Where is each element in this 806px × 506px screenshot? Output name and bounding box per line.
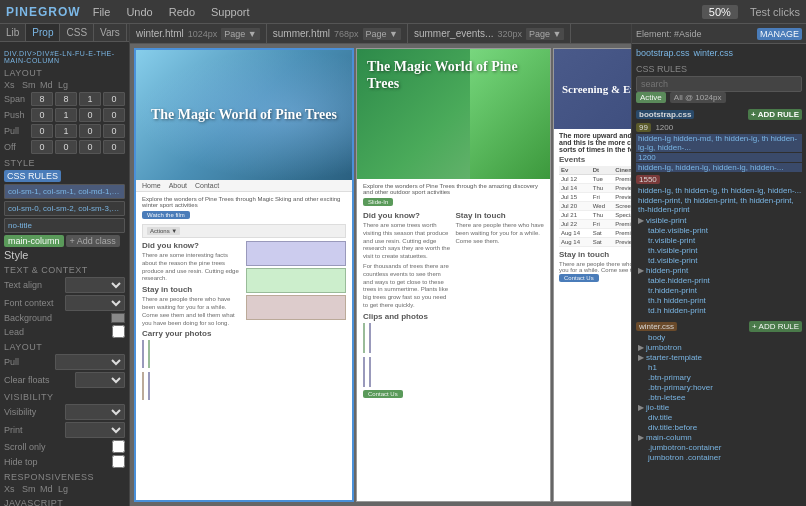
tree-item-0[interactable]: ▶visible-print — [636, 216, 802, 225]
add-class-btn[interactable]: + Add class — [66, 235, 120, 247]
css-item-1550-1[interactable]: hidden-print, th hidden-print, th hidden… — [636, 196, 802, 214]
tab-css[interactable]: CSS — [60, 24, 94, 41]
summer-body: Explore the wonders of Pine Trees throug… — [357, 179, 550, 403]
winter-tree-item-4[interactable]: .btn-primary — [636, 373, 802, 382]
print-select[interactable] — [65, 422, 125, 438]
push-xs[interactable] — [31, 108, 53, 122]
winter-tree-item-8[interactable]: div.title — [636, 413, 802, 422]
menu-file[interactable]: File — [89, 6, 115, 18]
summer-page-btn[interactable]: Page ▼ — [363, 28, 401, 40]
winter-tree-item-0[interactable]: body — [636, 333, 802, 342]
winter-preview[interactable]: The Magic World of Pine Trees Home About… — [134, 48, 354, 502]
tree-item-6[interactable]: table.hidden-print — [636, 276, 802, 285]
bootstrap-file-link[interactable]: bootstrap.css — [636, 48, 690, 58]
tree-item-3[interactable]: th.visible-print — [636, 246, 802, 255]
offset-md[interactable] — [79, 140, 101, 154]
css-search-input[interactable] — [636, 76, 802, 92]
pull-xs[interactable] — [31, 124, 53, 138]
tree-item-8[interactable]: th.h hidden-print — [636, 296, 802, 305]
watch-film-btn[interactable]: Watch the film — [142, 211, 190, 219]
winter-tree-item-3[interactable]: h1 — [636, 363, 802, 372]
summer-stay-in-touch: Stay in touch — [456, 211, 545, 220]
winter-tree-item-12[interactable]: jumbotron .container — [636, 453, 802, 462]
css-item-1550-0[interactable]: hidden-lg, th hidden-lg, th hidden-lg, h… — [636, 186, 802, 195]
events-preview[interactable]: Screening & Events The more upward and s… — [553, 48, 631, 502]
nav-about[interactable]: About — [169, 182, 187, 189]
menu-redo[interactable]: Redo — [165, 6, 199, 18]
lead-checkbox[interactable] — [112, 325, 125, 338]
offset-xs[interactable] — [31, 140, 53, 154]
tree-item-9[interactable]: td.h hidden-print — [636, 306, 802, 315]
css-item-99-0[interactable]: hidden-lg hidden-md, th hidden-lg, th hi… — [636, 134, 802, 152]
css-item-99-1[interactable]: 1200 — [636, 153, 802, 162]
tree-item-1[interactable]: table.visible-print — [636, 226, 802, 235]
pull-md[interactable] — [79, 124, 101, 138]
events-contact-btn[interactable]: Contact Us — [559, 274, 599, 282]
summer-preview[interactable]: The Magic World of Pine Trees Explore th… — [356, 48, 551, 502]
offset-sm[interactable] — [55, 140, 77, 154]
css-item-99-2[interactable]: hidden-lg, hidden-lg, hidden-lg, hidden-… — [636, 163, 802, 172]
winter-file-link[interactable]: winter.css — [694, 48, 734, 58]
winter-hero-title: The Magic World of Pine Trees — [151, 107, 337, 124]
col-cin: Cinema — [613, 166, 631, 175]
slide-in-btn[interactable]: Slide-In — [363, 198, 393, 206]
events-page-btn[interactable]: Page ▼ — [526, 28, 564, 40]
winter-page-btn[interactable]: Page ▼ — [221, 28, 259, 40]
winter-tab-name[interactable]: winter.html — [136, 28, 184, 39]
winter-tree-item-1[interactable]: ▶jumbotron — [636, 343, 802, 352]
pull-select[interactable] — [55, 354, 125, 370]
actions-btn[interactable]: Actions ▼ — [147, 227, 180, 235]
css-rules-badge[interactable]: CSS RULES — [4, 170, 61, 182]
nav-contact[interactable]: Contact — [195, 182, 219, 189]
actions-bar: Actions ▼ — [142, 224, 346, 238]
push-md[interactable] — [79, 108, 101, 122]
menu-undo[interactable]: Undo — [122, 6, 156, 18]
push-lg[interactable] — [103, 108, 125, 122]
pull-sm[interactable] — [55, 124, 77, 138]
offset-lg[interactable] — [103, 140, 125, 154]
table-cell: Sat — [591, 229, 613, 238]
menu-support[interactable]: Support — [207, 6, 254, 18]
class-item-1[interactable]: col-sm-0, col-sm-2, col-sm-3, col-sm-... — [4, 201, 125, 216]
push-sm[interactable] — [55, 108, 77, 122]
background-color-swatch[interactable] — [111, 313, 125, 323]
winter-tree-item-7[interactable]: ▶jio-title — [636, 403, 802, 412]
winter-tree-item-5[interactable]: .btn-primary:hover — [636, 383, 802, 392]
table-row: Jul 22FriPremiereNational — [559, 220, 631, 229]
span-md[interactable] — [79, 92, 101, 106]
span-lg[interactable] — [103, 92, 125, 106]
tree-item-5[interactable]: ▶hidden-print — [636, 266, 802, 275]
events-tab-name[interactable]: summer_events... — [414, 28, 493, 39]
winter-add-rule-btn[interactable]: + ADD RULE — [749, 321, 802, 332]
manage-btn[interactable]: MANAGE — [757, 28, 802, 40]
scroll-only-checkbox[interactable] — [112, 440, 125, 453]
tab-vars[interactable]: Vars — [94, 24, 127, 41]
hide-top-checkbox[interactable] — [112, 455, 125, 468]
class-item-0[interactable]: col-sm-1, col-sm-1, col-md-1, col-s1-1 — [4, 184, 125, 199]
font-context-select[interactable] — [65, 295, 125, 311]
tree-item-2[interactable]: tr.visible-print — [636, 236, 802, 245]
winter-tree-item-9[interactable]: div.title:before — [636, 423, 802, 432]
pull-lg[interactable] — [103, 124, 125, 138]
tab-prop[interactable]: Prop — [26, 24, 60, 41]
zoom-input[interactable] — [702, 5, 738, 19]
tree-item-7[interactable]: tr.hidden-print — [636, 286, 802, 295]
tree-item-4[interactable]: td.visible-print — [636, 256, 802, 265]
winter-tree-item-10[interactable]: ▶main-column — [636, 433, 802, 442]
filter-all[interactable]: All @ 1024px — [670, 92, 726, 103]
text-align-select[interactable] — [65, 277, 125, 293]
clear-floats-select[interactable] — [75, 372, 125, 388]
span-sm[interactable] — [55, 92, 77, 106]
contact-btn[interactable]: Contact Us — [363, 390, 403, 398]
winter-tree-item-11[interactable]: .jumbotron-container — [636, 443, 802, 452]
winter-tree-item-2[interactable]: ▶starter-template — [636, 353, 802, 362]
span-xs[interactable] — [31, 92, 53, 106]
summer-tab-name[interactable]: summer.html — [273, 28, 330, 39]
class-item-2[interactable]: no-title — [4, 218, 125, 233]
nav-home[interactable]: Home — [142, 182, 161, 189]
winter-tree-item-6[interactable]: .btn-letsee — [636, 393, 802, 402]
filter-active[interactable]: Active — [636, 92, 666, 103]
visibility-select[interactable] — [65, 404, 125, 420]
tab-lib[interactable]: Lib — [0, 24, 26, 41]
add-rule-btn[interactable]: + ADD RULE — [748, 109, 802, 120]
